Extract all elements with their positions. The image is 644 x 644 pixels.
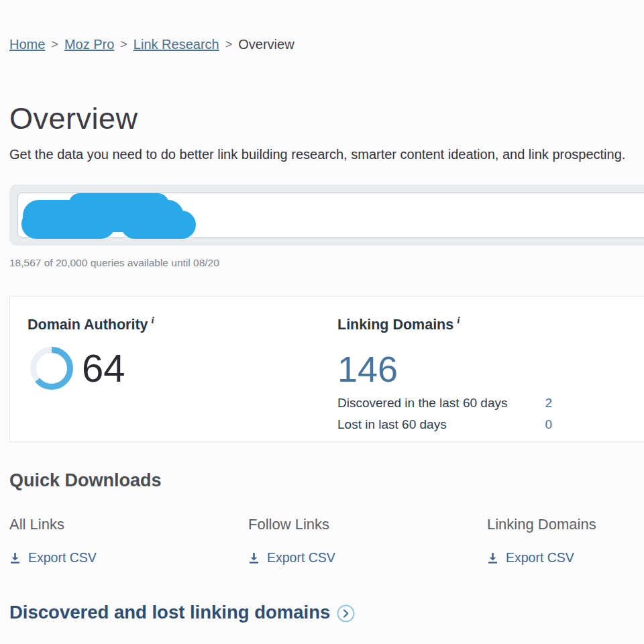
breadcrumb: Home > Moz Pro > Link Research > Overvie… [9,0,644,52]
download-icon [9,552,21,564]
query-quota-text: 18,567 of 20,000 queries available until… [9,257,644,269]
download-icon [487,552,498,564]
linking-domains-value: 146 [337,350,619,388]
linking-domains-stats: Discovered in the last 60 days 2 Lost in… [337,394,552,433]
quick-downloads-grid: All Links Export CSV Follow Links Export… [9,516,644,566]
follow-links-export-csv-button[interactable]: Export CSV [248,550,335,566]
domain-authority-heading: Domain Authorityi [28,315,337,333]
domain-authority-label: Domain Authority [28,317,148,333]
breadcrumb-moz-pro-link[interactable]: Moz Pro [64,37,114,52]
linking-domains-download-label: Linking Domains [487,516,644,533]
search-box-container [9,184,644,246]
quick-download-linking-domains: Linking Domains Export CSV [487,516,644,566]
breadcrumb-separator: > [225,38,233,52]
link-research-overview-page: Home > Moz Pro > Link Research > Overvie… [0,0,644,623]
linking-domains-label: Linking Domains [337,317,453,333]
download-icon [248,552,260,564]
linking-domains-export-csv-button[interactable]: Export CSV [487,550,574,566]
domain-authority-section: Domain Authorityi 64 [28,315,337,441]
quick-download-follow-links: Follow Links Export CSV [248,516,487,566]
page-title: Overview [9,102,644,136]
all-links-export-csv-button[interactable]: Export CSV [9,550,97,566]
export-csv-label: Export CSV [28,550,97,566]
discovered-value: 2 [545,394,552,412]
search-input[interactable] [17,193,644,237]
follow-links-label: Follow Links [248,516,487,533]
export-csv-label: Export CSV [267,550,335,566]
chevron-right-circle-icon [337,604,355,623]
breadcrumb-link-research-link[interactable]: Link Research [133,37,219,52]
breadcrumb-current-page: Overview [238,37,294,52]
quick-downloads-heading: Quick Downloads [9,470,644,491]
breadcrumb-home-link[interactable]: Home [9,37,45,52]
discovered-label: Discovered in the last 60 days [337,394,507,412]
quick-download-all-links: All Links Export CSV [9,516,248,566]
breadcrumb-separator: > [51,38,58,52]
metrics-card: Domain Authorityi 64 Linking Domainsi 14… [9,296,644,442]
lost-label: Lost in last 60 days [337,416,447,433]
lost-row: Lost in last 60 days 0 [337,416,552,433]
info-icon[interactable]: i [457,315,460,325]
domain-authority-value: 64 [82,344,125,392]
page-subtitle: Get the data you need to do better link … [9,147,644,162]
discovered-row: Discovered in the last 60 days 2 [337,394,552,412]
discovered-lost-heading-text: Discovered and lost linking domains [9,602,330,623]
linking-domains-section: Linking Domainsi 146 Discovered in the l… [337,315,619,441]
export-csv-label: Export CSV [506,550,574,566]
domain-authority-donut-chart [28,344,76,392]
all-links-label: All Links [9,516,248,533]
linking-domains-heading: Linking Domainsi [337,315,619,333]
info-icon[interactable]: i [152,315,154,325]
discovered-lost-linking-domains-link[interactable]: Discovered and lost linking domains [9,602,355,623]
breadcrumb-separator: > [120,38,127,52]
lost-value: 0 [545,416,552,433]
